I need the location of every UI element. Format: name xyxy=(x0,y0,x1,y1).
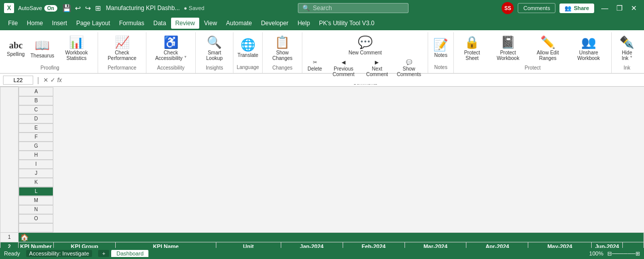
search-box[interactable]: 🔍 xyxy=(298,3,409,13)
formula-icons: ✕ ✓ fx xyxy=(43,77,62,84)
translate-icon: 🌐 xyxy=(240,39,256,51)
col-N[interactable]: N xyxy=(19,205,53,214)
col-L[interactable]: L xyxy=(19,187,53,196)
spreadsheet[interactable]: A B C D E F G H I J K L M N O xyxy=(0,87,644,248)
language-label: Language xyxy=(236,62,259,71)
status-left: Ready Accessibility: Investigate + Dashb… xyxy=(4,250,148,257)
workbook-stats-button[interactable]: 📊 Workbook Statistics xyxy=(57,34,96,63)
col-B[interactable]: B xyxy=(19,96,53,105)
menu-review[interactable]: Review xyxy=(171,18,199,29)
add-sheet-button[interactable]: + xyxy=(98,250,109,257)
search-input[interactable] xyxy=(313,5,404,12)
menu-utility[interactable]: PK's Utility Tool V3.0 xyxy=(315,18,378,29)
comments-button[interactable]: Comments xyxy=(518,3,555,13)
ribbon-comments: 💬 New Comment ✂ Delete ◀ Previous Commen… xyxy=(302,32,428,73)
thesaurus-button[interactable]: 📖 Thesaurus xyxy=(30,37,55,60)
close-button[interactable]: ✕ xyxy=(628,3,640,13)
ribbon-ink: ✒️ Hide Ink ˅ Ink xyxy=(612,32,642,73)
undo-button[interactable]: ↩ xyxy=(74,3,82,13)
menu-developer[interactable]: Developer xyxy=(257,18,293,29)
cancel-formula-icon[interactable]: ✕ xyxy=(43,77,48,84)
grid-button[interactable]: ⊞ xyxy=(94,3,102,13)
menu-formulas[interactable]: Formulas xyxy=(115,18,148,29)
col-A[interactable]: A xyxy=(19,87,53,96)
protect-group-label: Protect xyxy=(525,63,541,72)
notes-icon: 📝 xyxy=(433,39,448,51)
menu-view[interactable]: View xyxy=(200,18,221,29)
protect-sheet-button[interactable]: 🔒 Protect Sheet xyxy=(457,34,488,63)
unshare-label: Unshare Workbook xyxy=(573,50,605,61)
notes-button[interactable]: 📝 Notes xyxy=(429,37,453,60)
user-avatar[interactable]: SS xyxy=(502,2,514,14)
insert-function-icon[interactable]: fx xyxy=(57,77,62,84)
accessibility-text[interactable]: Accessibility: Investigate xyxy=(26,250,92,257)
kpi-name-header: KPI Name xyxy=(116,242,216,248)
ribbon-protect: 🔒 Protect Sheet 📓 Protect Workbook ✏️ Al… xyxy=(454,32,612,73)
confirm-formula-icon[interactable]: ✓ xyxy=(50,77,55,84)
col-J[interactable]: J xyxy=(19,169,53,178)
menu-file[interactable]: File xyxy=(4,18,22,29)
save-button[interactable]: 💾 xyxy=(61,3,72,13)
menu-home[interactable]: Home xyxy=(23,18,47,29)
status-bar: Ready Accessibility: Investigate + Dashb… xyxy=(0,248,644,259)
sheet-tab-active[interactable]: Dashboard xyxy=(111,250,148,257)
file-name: Manufacturing KPI Dashb... xyxy=(106,5,180,12)
restore-button[interactable]: ❐ xyxy=(613,3,626,13)
menu-insert[interactable]: Insert xyxy=(48,18,71,29)
col-I[interactable]: I xyxy=(19,160,53,169)
hide-ink-button[interactable]: ✒️ Hide Ink ˅ xyxy=(615,34,639,63)
row-num-2[interactable]: 2 xyxy=(1,242,19,248)
comments-row1: 💬 New Comment xyxy=(345,34,386,57)
col-O[interactable]: O xyxy=(19,214,53,223)
menu-automate[interactable]: Automate xyxy=(222,18,256,29)
col-G[interactable]: G xyxy=(19,142,53,151)
minimize-button[interactable]: — xyxy=(598,3,611,13)
col-F[interactable]: F xyxy=(19,133,53,142)
unit-header: Unit xyxy=(216,242,281,248)
row-num-1[interactable]: 1 xyxy=(1,232,19,242)
allow-edit-ranges-button[interactable]: ✏️ Allow Edit Ranges xyxy=(529,34,567,63)
show-changes-button[interactable]: 📋 Show Changes xyxy=(266,34,299,63)
col-E[interactable]: E xyxy=(19,123,53,133)
ribbon-performance: 📈 Check Performance Performance xyxy=(98,32,146,73)
check-accessibility-button[interactable]: ♿ Check Accessibility ˅ xyxy=(149,34,193,63)
smart-lookup-button[interactable]: 🔍 Smart Lookup xyxy=(199,34,230,63)
menu-help[interactable]: Help xyxy=(293,18,314,29)
col-D[interactable]: D xyxy=(19,114,53,123)
check-performance-icon: 📈 xyxy=(115,36,130,48)
prev-comment-button[interactable]: ◀ Previous Comment xyxy=(326,58,361,78)
menu-data[interactable]: Data xyxy=(149,18,170,29)
ribbon-language: 🌐 Translate Language xyxy=(233,32,263,73)
menu-page-layout[interactable]: Page Layout xyxy=(72,18,114,29)
ribbon: abc Spelling 📖 Thesaurus 📊 Workbook Stat… xyxy=(0,30,644,74)
formula-input[interactable] xyxy=(64,76,641,84)
protect-workbook-button[interactable]: 📓 Protect Workbook xyxy=(490,34,527,63)
translate-button[interactable]: 🌐 Translate xyxy=(233,37,262,60)
col-H[interactable]: H xyxy=(19,151,53,160)
col-K[interactable]: K xyxy=(19,178,53,187)
protect-buttons: 🔒 Protect Sheet 📓 Protect Workbook ✏️ Al… xyxy=(457,34,608,63)
autosave-toggle[interactable]: AutoSave On xyxy=(18,5,57,12)
notes-buttons: 📝 Notes xyxy=(429,34,453,62)
show-comments-button[interactable]: 💬 Show Comments xyxy=(393,58,425,78)
redo-button[interactable]: ↪ xyxy=(84,3,92,13)
check-performance-button[interactable]: 📈 Check Performance xyxy=(101,34,142,63)
sheet-area: A B C D E F G H I J K L M N O xyxy=(0,87,644,248)
col-M[interactable]: M xyxy=(19,196,53,205)
col-C[interactable]: C xyxy=(19,105,53,114)
share-button[interactable]: 👥 Share xyxy=(559,4,594,13)
spelling-button[interactable]: abc Spelling xyxy=(4,39,28,59)
header-spacer: 🏠 xyxy=(19,232,644,242)
autosave-state[interactable]: On xyxy=(44,5,57,12)
col-header-row: A B C D E F G H I J K L M N O xyxy=(1,87,644,233)
accessibility-label: Accessibility xyxy=(157,63,184,72)
new-comment-button[interactable]: 💬 New Comment xyxy=(345,34,386,57)
delete-comment-button[interactable]: ✂ Delete xyxy=(305,58,324,78)
ribbon-changes: 📋 Show Changes Changes xyxy=(263,32,302,73)
language-buttons: 🌐 Translate xyxy=(233,34,262,62)
zoom-slider[interactable]: ⊟──────⊞ xyxy=(607,250,640,257)
col-P[interactable] xyxy=(19,223,53,232)
cell-reference[interactable] xyxy=(3,76,33,85)
unshare-workbook-button[interactable]: 👥 Unshare Workbook xyxy=(569,34,609,63)
next-comment-button[interactable]: ▶ Next Comment xyxy=(363,58,391,78)
